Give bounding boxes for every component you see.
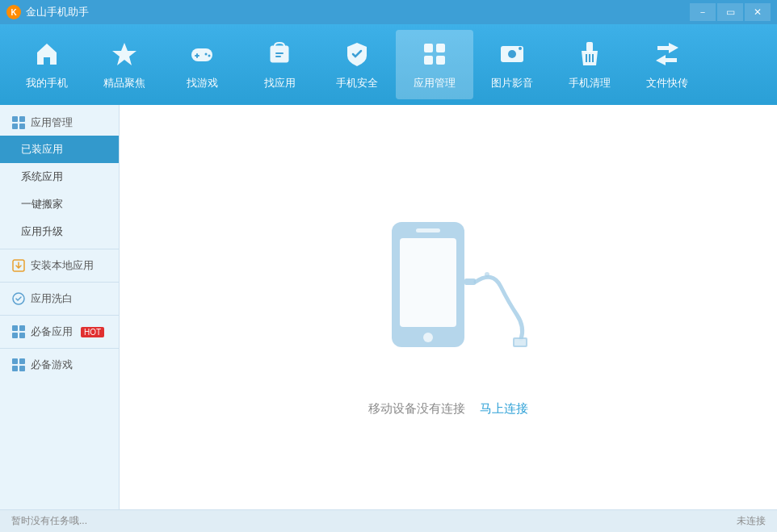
nav-label-my-phone: 我的手机 — [26, 76, 68, 90]
svg-rect-36 — [416, 228, 440, 232]
sidebar-item-app-upgrade[interactable]: 应用升级 — [0, 218, 119, 245]
sidebar-section-app-clean[interactable]: 应用洗白 — [0, 286, 119, 312]
sidebar-item-move-apps[interactable]: 一键搬家 — [0, 191, 119, 218]
connect-illustration: 移动设备没有连接 马上连接 — [359, 198, 537, 417]
svg-rect-33 — [19, 366, 25, 371]
svg-rect-3 — [195, 55, 200, 57]
app-manage-icon — [420, 40, 449, 73]
svg-rect-30 — [12, 358, 18, 364]
nav-item-find-game[interactable]: 找游戏 — [163, 30, 241, 99]
sidebar-divider-4 — [0, 348, 119, 349]
store-icon — [265, 40, 294, 73]
sidebar-section-label-essential-apps: 必备应用 — [31, 325, 73, 339]
sidebar-divider-2 — [0, 282, 119, 283]
sidebar-section-label-app-management: 应用管理 — [31, 115, 73, 130]
sidebar-divider-3 — [0, 315, 119, 316]
nav-item-app-manage[interactable]: 应用管理 — [396, 30, 473, 99]
svg-rect-35 — [400, 238, 456, 327]
svg-rect-11 — [424, 56, 433, 65]
svg-rect-7 — [275, 52, 284, 54]
content-area: 移动设备没有连接 马上连接 — [120, 105, 777, 509]
svg-rect-22 — [12, 124, 18, 129]
svg-rect-23 — [19, 124, 25, 129]
nav-label-file-transfer: 文件快传 — [646, 76, 688, 90]
connect-link[interactable]: 马上连接 — [480, 401, 528, 417]
nav-label-featured: 精品聚焦 — [103, 76, 145, 90]
home-icon — [32, 40, 61, 73]
svg-rect-10 — [436, 44, 445, 52]
device-connect-image — [359, 198, 537, 375]
nav-label-find-game: 找游戏 — [187, 76, 218, 90]
nav-item-my-phone[interactable]: 我的手机 — [8, 30, 86, 99]
nav-label-find-app: 找应用 — [264, 76, 296, 90]
svg-rect-29 — [19, 333, 25, 338]
sidebar-section-label-essential-games: 必备游戏 — [31, 358, 73, 372]
apps-grid-icon — [11, 115, 26, 130]
app-title: 金山手机助手 — [26, 5, 89, 19]
svg-point-41 — [485, 272, 489, 277]
sidebar-item-label-system-apps: 系统应用 — [21, 170, 63, 182]
sidebar-section-essential-apps[interactable]: 必备应用 HOT — [0, 319, 119, 345]
sidebar-item-label-installed-apps: 已装应用 — [21, 143, 63, 155]
svg-point-15 — [519, 47, 522, 50]
game-icon — [187, 40, 216, 73]
connect-text: 移动设备没有连接 马上连接 — [368, 401, 528, 417]
svg-rect-21 — [19, 116, 25, 122]
nav-item-phone-security[interactable]: 手机安全 — [318, 30, 396, 99]
essential-games-icon — [11, 358, 26, 372]
nav-item-find-app[interactable]: 找应用 — [241, 30, 318, 99]
svg-rect-31 — [19, 358, 25, 364]
statusbar-right-text: 未连接 — [737, 514, 766, 528]
titlebar-left: K 金山手机助手 — [6, 5, 89, 19]
nav-label-phone-clean: 手机清理 — [569, 76, 611, 90]
essential-apps-icon — [11, 325, 26, 339]
nav-label-app-manage: 应用管理 — [414, 76, 456, 90]
svg-rect-27 — [19, 325, 25, 331]
svg-rect-20 — [12, 116, 18, 122]
security-icon — [342, 40, 372, 73]
svg-rect-16 — [586, 42, 593, 52]
sidebar: 应用管理 已装应用 系统应用 一键搬家 应用升级 安装本地应用 — [0, 105, 120, 509]
svg-rect-32 — [12, 366, 18, 371]
svg-rect-8 — [275, 56, 281, 57]
svg-rect-12 — [436, 56, 445, 65]
nav-item-file-transfer[interactable]: 文件快传 — [628, 30, 706, 99]
install-icon — [11, 258, 26, 273]
svg-marker-0 — [112, 43, 136, 65]
sidebar-item-system-apps[interactable]: 系统应用 — [0, 163, 119, 191]
sidebar-section-app-management[interactable]: 应用管理 — [0, 110, 119, 136]
sidebar-section-label-install-local: 安装本地应用 — [31, 258, 94, 273]
nav-label-photo-video: 图片影音 — [491, 76, 533, 90]
clean-apps-icon — [11, 291, 26, 306]
svg-rect-26 — [12, 325, 18, 331]
statusbar-left-text: 暂时没有任务哦... — [11, 514, 87, 528]
statusbar: 暂时没有任务哦... 未连接 — [0, 509, 777, 532]
titlebar-controls: － ▭ ✕ — [690, 3, 771, 21]
sidebar-item-label-move-apps: 一键搬家 — [21, 198, 63, 210]
app-logo-icon: K — [6, 5, 21, 19]
sidebar-section-essential-games[interactable]: 必备游戏 — [0, 352, 119, 378]
main-layout: 应用管理 已装应用 系统应用 一键搬家 应用升级 安装本地应用 — [0, 105, 777, 509]
photo-icon — [498, 40, 527, 73]
transfer-icon — [653, 40, 682, 73]
sidebar-item-installed-apps[interactable]: 已装应用 — [0, 136, 119, 163]
nav-item-featured[interactable]: 精品聚焦 — [86, 30, 163, 99]
restore-button[interactable]: ▭ — [717, 3, 743, 21]
close-button[interactable]: ✕ — [745, 3, 771, 21]
sidebar-item-label-app-upgrade: 应用升级 — [21, 225, 63, 237]
titlebar: K 金山手机助手 － ▭ ✕ — [0, 0, 777, 24]
svg-rect-28 — [12, 333, 18, 338]
hot-badge: HOT — [81, 327, 104, 337]
no-device-text: 移动设备没有连接 — [368, 401, 465, 417]
svg-rect-40 — [514, 339, 526, 346]
nav-label-phone-security: 手机安全 — [336, 76, 378, 90]
svg-rect-9 — [424, 44, 433, 52]
nav-item-phone-clean[interactable]: 手机清理 — [551, 30, 628, 99]
sidebar-section-install-local[interactable]: 安装本地应用 — [0, 253, 119, 279]
nav-item-photo-video[interactable]: 图片影音 — [473, 30, 551, 99]
star-icon — [110, 40, 139, 73]
svg-point-5 — [208, 54, 211, 57]
minimize-button[interactable]: － — [690, 3, 716, 21]
svg-point-37 — [423, 333, 433, 342]
navbar: 我的手机 精品聚焦 找游戏 — [0, 24, 777, 105]
